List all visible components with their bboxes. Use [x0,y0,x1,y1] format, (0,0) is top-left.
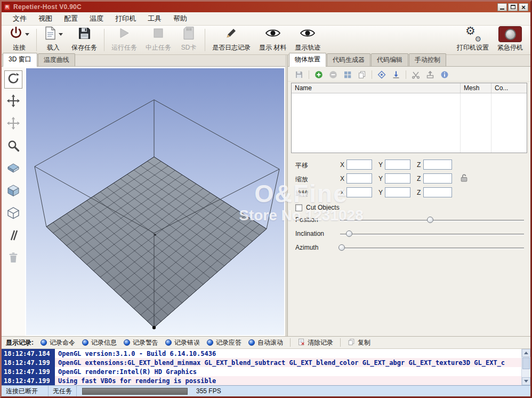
minimize-button[interactable] [497,3,507,11]
delete-object-button[interactable] [4,250,22,268]
toggle-log-commands[interactable]: 记录命令 [41,338,75,347]
sd-card-button[interactable]: SD卡 [176,26,201,54]
slider-thumb[interactable] [427,217,433,223]
close-button[interactable]: × [519,3,528,11]
show-travel-button[interactable]: 显示轨迹 [292,26,324,54]
azimuth-slider[interactable] [340,243,524,253]
toolbar-separator [290,338,291,347]
toggle-log-warnings[interactable]: 记录警告 [124,338,158,347]
toggle-log-ack[interactable]: 记录应答 [207,338,241,347]
app-logo-icon: R [4,4,11,11]
cut-objects-checkbox[interactable] [295,204,302,211]
scroll-down-button[interactable] [522,377,530,385]
axis-x-label: X [340,161,344,169]
log-scrollbar[interactable] [521,349,530,385]
autoposition-button[interactable] [343,70,352,79]
position-slider[interactable] [340,215,524,226]
copy-log-button[interactable]: 复制 [348,338,370,347]
tab-slicer[interactable]: 代码生成器 [327,53,370,66]
view-tool-strip [2,67,25,336]
connect-button[interactable]: 连接 [6,26,33,54]
translate-y-input[interactable] [385,160,410,170]
menu-tools[interactable]: 工具 [142,12,167,25]
kill-job-button[interactable]: 中止任务 [142,26,174,54]
view-wireframe-button[interactable] [4,205,22,223]
move-object-button[interactable] [4,115,22,133]
log-filter-bar: 显示记录: 记录命令 记录信息 记录警告 记录错误 记录应答 自动滚动 清除记录… [2,336,530,349]
tab-3d-view[interactable]: 3D 窗口 [3,53,37,67]
chevron-down-icon[interactable] [25,33,29,36]
cube-flat-icon [6,161,20,177]
column-header-name[interactable]: Name [292,83,461,93]
tab-temperature-curve[interactable]: 温度曲线 [38,53,75,66]
scroll-up-button[interactable] [522,349,530,357]
rotate-view-button[interactable] [4,70,22,89]
toggle-log-button[interactable]: 是否日志记录 [209,26,254,54]
printer-settings-button[interactable]: ⚙⚙ 打印机设置 [454,26,492,54]
slider-thumb[interactable] [338,244,345,251]
scale-x-input[interactable] [346,173,372,184]
log-view: 18:12:47.184 OpenGL version:3.1.0 - Buil… [2,349,530,385]
object-info-button[interactable] [440,70,449,79]
copy-object-button[interactable] [357,70,367,79]
lock-scale-button[interactable] [460,173,469,183]
tab-manual-control[interactable]: 手动控制 [409,53,446,66]
menu-help[interactable]: 帮助 [167,12,193,25]
run-job-button[interactable]: 运行任务 [108,26,140,54]
save-object-button[interactable] [294,70,304,79]
tab-object-placement[interactable]: 物体放置 [289,53,326,67]
3d-viewport[interactable] [26,68,284,335]
scale-z-input[interactable] [423,173,452,184]
remove-object-button[interactable] [328,70,338,79]
minimize-icon [500,9,504,10]
cut-object-button[interactable] [411,70,421,79]
clear-log-button[interactable]: 清除记录 [297,338,333,347]
move-view-button[interactable] [4,93,22,111]
toggle-log-info[interactable]: 记录信息 [82,338,117,347]
job-status: 无任务 [49,386,77,396]
rotate-z-input[interactable] [423,187,452,197]
column-header-mesh[interactable]: Mesh [461,83,491,93]
rotate-x-input[interactable] [346,187,372,197]
emergency-stop-button[interactable]: 紧急停机 [494,26,526,54]
load-button[interactable]: 载入 [41,26,66,54]
add-object-button[interactable] [314,70,324,79]
menu-config[interactable]: 配置 [58,12,84,25]
view-iso-button[interactable] [4,182,22,201]
save-job-button[interactable]: 保存任务 [68,26,100,54]
show-filament-button[interactable]: 显示 材料 [256,26,289,54]
inclination-slider[interactable] [340,229,524,240]
trash-icon [7,251,20,266]
copy-icon [358,70,366,79]
translate-label: 平移 [295,161,308,170]
origin-marker [152,326,156,329]
menu-file[interactable]: 文件 [7,12,33,25]
toggle-autoscroll[interactable]: 自动滚动 [248,338,283,347]
slider-thumb[interactable] [346,230,352,237]
scrollbar-thumb[interactable] [522,357,530,369]
zoom-view-button[interactable] [4,138,22,156]
center-object-button[interactable] [377,70,386,79]
toggle-log-errors[interactable]: 记录错误 [165,338,200,347]
menu-temperature[interactable]: 温度 [84,12,109,25]
log-timestamp: 18:12:47.199 [2,367,55,376]
translate-z-input[interactable] [423,160,452,170]
rotate-y-input[interactable] [385,187,410,197]
column-header-collision[interactable]: Co... [491,83,527,93]
power-icon [9,26,23,42]
chevron-down-icon[interactable] [59,33,63,36]
parallel-projection-button[interactable] [4,227,22,245]
translate-x-input[interactable] [346,160,372,170]
slider-track[interactable] [340,234,524,235]
control-tabs: 物体放置 代码生成器 代码编辑 手动控制 [288,55,530,67]
object-list[interactable] [292,93,527,153]
view-top-button[interactable] [4,160,22,178]
menu-printer[interactable]: 打印机 [109,12,142,25]
scale-y-input[interactable] [385,173,410,184]
slider-track[interactable] [340,248,524,249]
tab-gcode-editor[interactable]: 代码编辑 [371,53,408,66]
menu-view[interactable]: 视图 [33,12,58,25]
drop-object-button[interactable] [391,70,401,79]
maximize-button[interactable] [508,3,518,11]
export-object-button[interactable] [425,70,435,79]
